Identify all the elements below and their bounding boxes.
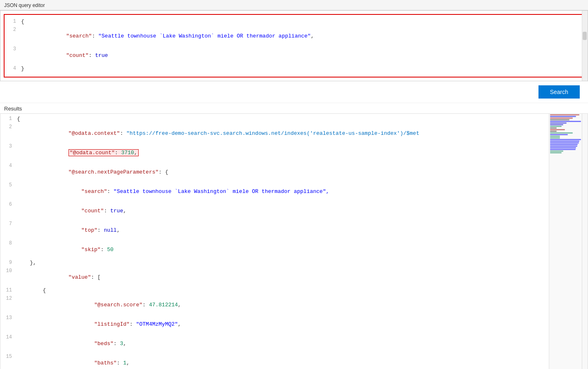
odata-count-highlight: "@odata.count": 3710, [68,149,139,156]
result-line-1: 1 { [0,115,549,124]
app-container: JSON query editor 1 { 2 "search": "Seatt… [0,0,588,369]
minimap-line [550,121,581,122]
minimap-line [550,126,562,127]
editor-line-2: 2 "search": "Seattle townhouse `Lake Was… [5,26,583,46]
result-line-num-5: 5 [0,182,17,188]
minimap-line [550,146,577,147]
result-line-2: 2 "@odata.context": "https://free-demo-s… [0,124,549,143]
editor-code-area: 1 { 2 "search": "Seattle townhouse `Lake… [5,16,583,75]
minimap-line [550,142,579,143]
result-line-num-2: 2 [0,124,17,130]
result-line-num-14: 14 [0,334,17,340]
result-line-10: 10 "value": [ [0,268,549,287]
results-lines: 1 { 2 "@odata.context": "https://free-de… [0,114,549,369]
editor-scrollbar-thumb [583,32,587,40]
result-line-num-6: 6 [0,202,17,207]
editor-line-3: 3 "count": true [5,46,583,65]
result-line-num-9: 9 [0,260,17,266]
search-button-row: Search [0,81,588,103]
minimap-line [550,129,565,130]
results-code-area: 1 { 2 "@odata.context": "https://free-de… [0,113,588,369]
results-scrollbar[interactable] [582,114,588,369]
result-line-num-8: 8 [0,240,17,246]
result-line-3: 3 "@odata.count": 3710, [0,143,549,162]
line-number-1: 1 [5,19,21,24]
editor-scrollbar[interactable] [582,11,588,81]
minimap-line [550,136,560,137]
editor-box[interactable]: 1 { 2 "search": "Seattle townhouse `Lake… [4,14,584,78]
result-line-14: 14 "beds": 3, [0,334,549,353]
editor-line-content-4: } [21,66,583,72]
minimap-line [550,122,567,124]
result-line-num-3: 3 [0,143,17,149]
minimap-line [550,124,563,125]
minimap-line [550,141,579,142]
results-label: Results [0,103,588,113]
minimap-line [550,149,576,150]
result-line-num-7: 7 [0,221,17,227]
search-button[interactable]: Search [538,85,580,99]
minimap-line [550,134,568,135]
result-line-num-4: 4 [0,163,17,169]
result-line-num-15: 15 [0,354,17,360]
result-line-6: 6 "count": true, [0,201,549,221]
minimap-line [550,114,579,115]
result-line-11: 11 { [0,287,549,295]
result-line-num-1: 1 [0,116,17,122]
editor-line-4: 4 } [5,65,583,73]
editor-line-content-2: "search": "Seattle townhouse `Lake Washi… [21,27,583,45]
result-line-13: 13 "listingId": "OTM4MzMyMQ2", [0,315,549,334]
editor-line-content-1: { [21,19,583,25]
result-line-4: 4 "@search.nextPageParameters": { [0,162,549,182]
result-line-num-12: 12 [0,296,17,301]
editor-container: 1 { 2 "search": "Seattle townhouse `Lake… [0,10,588,81]
results-section: Results 1 { 2 "@odata.context": "https:/… [0,103,588,369]
results-minimap [549,114,582,369]
minimap-line [550,147,576,148]
minimap-line [550,119,569,120]
minimap-line [550,127,557,129]
result-line-num-10: 10 [0,268,17,274]
minimap-line [550,137,560,139]
result-line-num-11: 11 [0,287,17,293]
editor-section: JSON query editor 1 { 2 "search": "Seatt… [0,0,588,81]
minimap-line [550,150,563,152]
minimap-line [550,144,578,145]
minimap-line [550,139,581,140]
line-number-2: 2 [5,27,21,33]
result-line-9: 9 }, [0,259,549,268]
result-line-12: 12 "@search.score": 47.812214, [0,295,549,315]
result-line-15: 15 "baths": 1, [0,353,549,369]
editor-label: JSON query editor [0,0,588,10]
editor-line-1: 1 { [5,18,583,26]
result-line-8: 8 "skip": 50 [0,240,549,259]
result-line-7: 7 "top": null, [0,221,549,240]
result-line-num-13: 13 [0,315,17,321]
editor-line-content-3: "count": true [21,46,583,65]
minimap-line [550,131,557,132]
minimap-line [550,116,576,117]
minimap-line [550,118,573,119]
line-number-3: 3 [5,46,21,52]
minimap-line [550,152,562,153]
minimap-line [550,132,573,134]
line-number-4: 4 [5,66,21,71]
result-line-5: 5 "search": "Seattle townhouse `Lake Was… [0,182,549,201]
